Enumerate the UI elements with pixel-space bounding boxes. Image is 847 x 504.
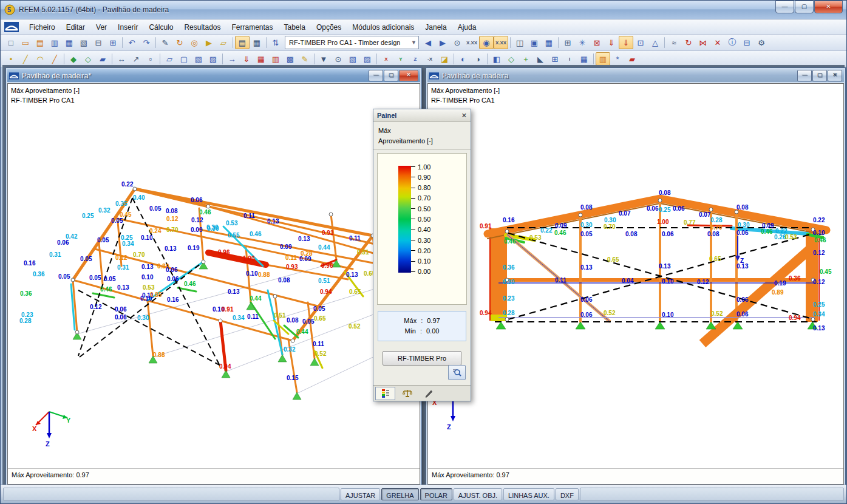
new-file-icon[interactable]: □	[4, 36, 18, 49]
gen-node-icon[interactable]: ◆	[66, 52, 81, 66]
mirror-icon[interactable]: ⋈	[696, 36, 710, 49]
color-scale-box[interactable]: 1.00 0.90 0.80 0.70 0.50	[377, 153, 467, 305]
load-combo-icon[interactable]: ⊡	[633, 36, 648, 49]
guide-line-icon[interactable]: ≈	[667, 36, 681, 49]
clipboard-icon[interactable]: ▧	[77, 36, 91, 49]
snap-toggle-button[interactable]: AJUSTAR	[341, 488, 380, 500]
frame2-icon[interactable]: ▥	[268, 52, 283, 66]
open-model-icon[interactable]: ▤	[33, 36, 47, 49]
isometry-icon[interactable]: ◇	[504, 52, 519, 66]
blocks-icon[interactable]: ⊞	[548, 52, 562, 66]
clip-icon[interactable]: ◑	[471, 52, 485, 66]
panel-titlebar[interactable]: Painel ✕	[373, 109, 471, 122]
block-icon[interactable]: ▢	[177, 52, 191, 66]
nav-back-icon[interactable]: ◀	[421, 36, 435, 49]
arc-icon[interactable]: ◠	[33, 52, 47, 66]
delete-icon[interactable]: ✕	[710, 36, 725, 49]
edit-icon[interactable]: ✎	[158, 36, 172, 49]
nav-forward-icon[interactable]: ▶	[435, 36, 450, 49]
undo-icon[interactable]: ↶	[124, 36, 139, 49]
close-icon[interactable]: ✕	[461, 112, 467, 120]
model-canvas-2d[interactable]: Máx Aproveitamento [-] RF-TIMBER Pro CA1	[427, 83, 844, 485]
minimize-button[interactable]: —	[775, 1, 794, 13]
load-node-icon[interactable]: ⇓	[239, 52, 254, 66]
child-minimize-button[interactable]: —	[797, 70, 812, 81]
tab-filter[interactable]	[419, 387, 439, 400]
menu-item[interactable]: Resultados	[179, 21, 226, 34]
node-icon[interactable]: •	[4, 52, 18, 66]
child-close-button[interactable]: ✕	[828, 70, 842, 81]
show-results-icon[interactable]: ◉	[479, 36, 494, 49]
snap-toggle-button[interactable]: AJUST. OBJ.	[454, 488, 502, 500]
mirror2-icon[interactable]: ◣	[533, 52, 548, 66]
workplane-icon[interactable]: ◪	[437, 52, 452, 66]
panel-toggle-icon[interactable]: ▥	[596, 52, 610, 66]
visibility-icon[interactable]: ◐	[456, 52, 471, 66]
line-icon[interactable]: ╱	[18, 52, 33, 66]
menu-item[interactable]: Ajuda	[452, 21, 482, 34]
child-restore-button[interactable]: ▢	[812, 70, 827, 81]
xxx-labels-icon[interactable]: X.XX	[464, 36, 479, 49]
snap-toggle-button[interactable]: GRELHA	[381, 488, 418, 500]
menu-item[interactable]: Módulos adicionais	[347, 21, 420, 34]
menu-item[interactable]: Cálculo	[143, 21, 179, 34]
renumber-icon[interactable]: ⇅	[268, 36, 283, 49]
table-layout-icon[interactable]: ▦	[250, 36, 264, 49]
child-right-titlebar[interactable]: Pavilhão de madeira — ▢ ✕	[427, 69, 844, 82]
menu-item[interactable]: Editar	[61, 21, 90, 34]
menu-item[interactable]: Janela	[420, 21, 452, 34]
rotate-copy-icon[interactable]: ↻	[681, 36, 696, 49]
mesh-icon[interactable]: ⊞	[560, 36, 575, 49]
dimension-icon[interactable]: ↔	[114, 52, 129, 66]
solid-icon[interactable]: ▧	[191, 52, 206, 66]
rotate-view-icon[interactable]: ↻	[172, 36, 187, 49]
info-icon[interactable]: ⓘ	[725, 36, 740, 49]
view-x-icon[interactable]: X	[379, 52, 393, 66]
module-dropdown[interactable]: RF-TIMBER Pro CA1 - Timber design ▼	[285, 36, 419, 49]
tables-icon[interactable]: ▦	[577, 52, 591, 66]
save-icon[interactable]: ▦	[62, 36, 77, 49]
model-2d-view[interactable]: 0.080.160.070.910.300.090.300.700.220.46…	[428, 84, 841, 468]
load1-icon[interactable]: ⇓	[604, 36, 619, 49]
surface-icon[interactable]: ▰	[95, 52, 110, 66]
menu-item[interactable]: Ficheiro	[24, 21, 61, 34]
gears-icon[interactable]: ⚙	[754, 36, 769, 49]
loadcase-icon[interactable]: ⊙	[450, 36, 464, 49]
close-button[interactable]: ✕	[814, 1, 843, 13]
frame1-icon[interactable]: ▦	[254, 52, 268, 66]
mesh-refine-icon[interactable]: ⊠	[590, 36, 604, 49]
calculator-icon[interactable]: ⊟	[740, 36, 754, 49]
child-restore-button[interactable]: ▢	[384, 70, 398, 81]
chevron-down-icon[interactable]: ▼	[411, 39, 417, 46]
section-icon[interactable]: I	[562, 52, 577, 66]
member-results-icon[interactable]: ◫	[512, 36, 527, 49]
menu-item[interactable]: Tabela	[279, 21, 311, 34]
menu-item[interactable]: Ferramentas	[226, 21, 278, 34]
view-y-icon[interactable]: Y	[393, 52, 408, 66]
display-options-icon[interactable]: *	[610, 52, 625, 66]
rf-timber-pro-button[interactable]: RF-TIMBER Pro	[383, 351, 461, 366]
new-window-icon[interactable]: ▱	[216, 36, 231, 49]
import-icon[interactable]: ▥	[47, 36, 62, 49]
move-icon[interactable]: →	[225, 52, 239, 66]
pointer-icon[interactable]: ▶	[202, 36, 216, 49]
render-icon[interactable]: ◧	[489, 52, 504, 66]
select-special-icon[interactable]: ▼	[316, 52, 331, 66]
solid2-icon[interactable]: ▨	[206, 52, 220, 66]
snap-toggle-button[interactable]: LINHAS AUX.	[503, 488, 554, 500]
zoom-region-icon[interactable]: ◎	[187, 36, 202, 49]
member-icon[interactable]: ╱	[47, 52, 62, 66]
frame3-icon[interactable]: ▩	[283, 52, 298, 66]
selection-icon[interactable]: △	[648, 36, 662, 49]
maximize-button[interactable]: ▢	[795, 1, 814, 13]
result-values-icon[interactable]: X.XX	[494, 36, 508, 49]
snap-toggle-button[interactable]: DXF	[556, 488, 579, 500]
redo-icon[interactable]: ↷	[139, 36, 154, 49]
menu-item[interactable]: Ver	[90, 21, 112, 34]
gen-member-icon[interactable]: ◇	[81, 52, 95, 66]
cube2-icon[interactable]: ▨	[360, 52, 375, 66]
view-minus-x-icon[interactable]: -X	[423, 52, 437, 66]
cube-icon[interactable]: ▧	[345, 52, 360, 66]
model-canvas-3d[interactable]: Máx Aproveitamento [-] RF-TIMBER Pro CA1	[7, 83, 420, 485]
case-list-icon[interactable]: ▦	[542, 36, 556, 49]
